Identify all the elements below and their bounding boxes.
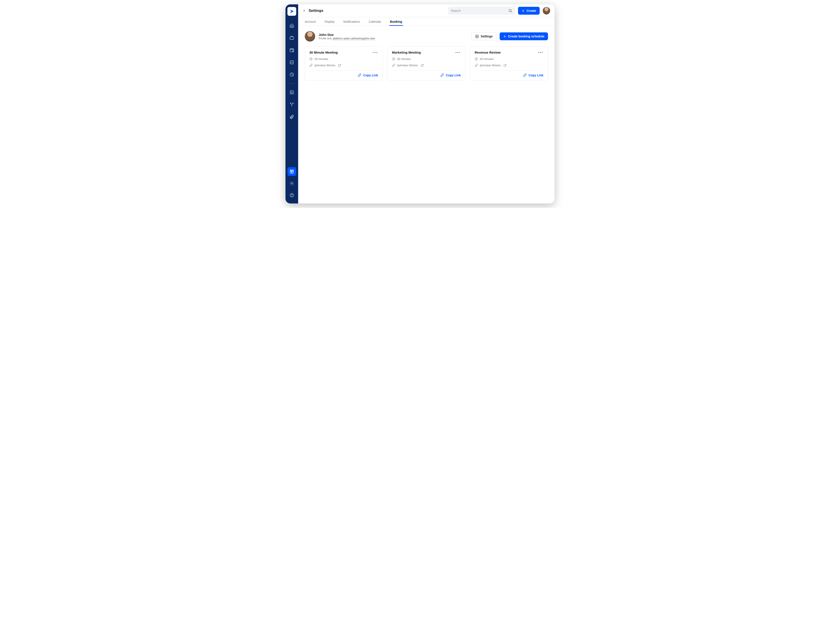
create-button-label: Create xyxy=(527,9,536,13)
card-path-row: /johndoe-30mins xyxy=(475,64,543,67)
breadcrumb-chevron-icon[interactable] xyxy=(303,9,306,12)
external-link-icon[interactable] xyxy=(421,64,424,67)
sidebar-item-calendar[interactable] xyxy=(287,46,296,54)
profile-settings-button[interactable]: Settings xyxy=(471,32,496,40)
sidebar-item-workspace[interactable] xyxy=(287,33,296,42)
create-schedule-label: Create booking schedule xyxy=(508,35,545,38)
content: John Doe Profile link: platform.adam.ai/… xyxy=(298,26,554,86)
copy-link-label: Copy Link xyxy=(446,74,461,77)
user-avatar[interactable] xyxy=(543,7,550,14)
card-path-row: /johndoe-30mins xyxy=(392,64,461,67)
svg-point-12 xyxy=(477,36,477,37)
tab-label: Booking xyxy=(390,20,402,24)
svg-point-6 xyxy=(290,103,291,104)
tab-account[interactable]: Account xyxy=(305,20,316,25)
sidebar-item-tasks[interactable] xyxy=(287,58,296,67)
sidebar-item-attachments[interactable] xyxy=(287,112,296,121)
profile-avatar xyxy=(305,31,315,41)
svg-rect-0 xyxy=(290,37,294,39)
profile-name: John Doe xyxy=(319,33,375,36)
external-link-icon[interactable] xyxy=(338,64,341,67)
profile-link-value[interactable]: platform.adam.ai/booking/john-doe xyxy=(333,37,375,40)
card-title: Marketing Meeting xyxy=(392,51,421,54)
page-title: Settings xyxy=(309,8,323,13)
copy-link-button[interactable]: Copy Link xyxy=(358,73,378,77)
main: Settings Create Account Display Notifica… xyxy=(298,5,554,204)
tab-label: Calendar xyxy=(369,20,381,24)
card-path: /johndoe-30mins xyxy=(397,64,418,67)
sidebar-item-analytics[interactable] xyxy=(287,88,296,97)
profile-link-prefix: Profile link: xyxy=(319,37,332,40)
copy-link-label: Copy Link xyxy=(363,74,378,77)
svg-rect-1 xyxy=(290,49,294,52)
svg-point-7 xyxy=(293,103,293,104)
create-button[interactable]: Create xyxy=(518,7,540,15)
sidebar-item-home[interactable] xyxy=(287,21,296,30)
card-title: 30 Minute Meeting xyxy=(309,51,338,54)
booking-card: 30 Minute Meeting ••• 30 minutes /johndo… xyxy=(305,46,382,81)
app-logo[interactable] xyxy=(287,7,296,16)
svg-point-11 xyxy=(509,9,512,12)
settings-tabs: Account Display Notifications Calendar B… xyxy=(298,17,554,26)
tab-calendar[interactable]: Calendar xyxy=(369,20,381,25)
card-menu-icon[interactable]: ••• xyxy=(538,51,543,54)
sidebar-item-reports[interactable] xyxy=(287,70,296,79)
tab-label: Account xyxy=(305,20,316,24)
card-duration-row: 30 minutes xyxy=(309,57,378,61)
card-duration-row: 30 minutes xyxy=(475,57,543,61)
profile-settings-label: Settings xyxy=(481,35,493,38)
profile-link-row: Profile link: platform.adam.ai/booking/j… xyxy=(319,37,375,40)
card-title: Revenue Review xyxy=(475,51,501,54)
card-menu-icon[interactable]: ••• xyxy=(373,51,378,54)
clock-icon xyxy=(309,57,313,61)
link-icon xyxy=(475,64,478,67)
card-path: /johndoe-30mins xyxy=(480,64,501,67)
card-menu-icon[interactable]: ••• xyxy=(455,51,461,54)
tab-label: Display xyxy=(325,20,335,24)
card-duration: 30 minutes xyxy=(314,57,328,61)
create-schedule-button[interactable]: Create booking schedule xyxy=(500,32,548,40)
profile-actions: Settings Create booking schedule xyxy=(471,32,548,40)
card-duration: 30 minutes xyxy=(397,57,411,61)
card-duration: 30 minutes xyxy=(480,57,494,61)
sidebar-item-branches[interactable] xyxy=(287,100,296,109)
tab-notifications[interactable]: Notifications xyxy=(343,20,360,25)
booking-cards: 30 Minute Meeting ••• 30 minutes /johndo… xyxy=(305,46,548,81)
link-icon xyxy=(309,64,313,67)
tab-label: Notifications xyxy=(343,20,360,24)
sidebar-nav xyxy=(286,21,298,121)
tab-booking[interactable]: Booking xyxy=(390,20,402,25)
copy-link-label: Copy Link xyxy=(529,74,543,77)
card-path: /johndoe-30mins xyxy=(314,64,335,67)
link-icon xyxy=(392,64,395,67)
copy-link-button[interactable]: Copy Link xyxy=(523,73,543,77)
search-box[interactable] xyxy=(448,7,515,15)
app-frame: Settings Create Account Display Notifica… xyxy=(286,5,554,204)
search-icon xyxy=(508,9,512,13)
copy-link-button[interactable]: Copy Link xyxy=(441,73,461,77)
tab-display[interactable]: Display xyxy=(325,20,335,25)
external-link-icon[interactable] xyxy=(503,64,507,67)
plus-icon xyxy=(521,9,525,13)
booking-card: Revenue Review ••• 30 minutes /johndoe-3… xyxy=(470,46,548,81)
search-input[interactable] xyxy=(451,9,507,13)
sidebar-item-help[interactable] xyxy=(287,191,296,199)
profile-row: John Doe Profile link: platform.adam.ai/… xyxy=(305,31,548,41)
gear-icon xyxy=(475,35,479,38)
card-duration-row: 30 minutes xyxy=(392,57,461,61)
sidebar-item-settings[interactable] xyxy=(287,179,296,188)
profile-info: John Doe Profile link: platform.adam.ai/… xyxy=(319,33,375,40)
sidebar xyxy=(286,5,298,204)
svg-rect-3 xyxy=(290,61,294,64)
booking-card: Marketing Meeting ••• 30 minutes /johndo… xyxy=(387,46,465,81)
plus-icon xyxy=(503,35,507,38)
svg-point-8 xyxy=(291,183,292,184)
topbar: Settings Create xyxy=(298,5,554,17)
card-path-row: /johndoe-30mins xyxy=(309,64,378,67)
sidebar-item-templates[interactable] xyxy=(287,167,296,176)
clock-icon xyxy=(392,57,395,61)
clock-icon xyxy=(475,57,478,61)
sidebar-bottom xyxy=(286,167,298,204)
